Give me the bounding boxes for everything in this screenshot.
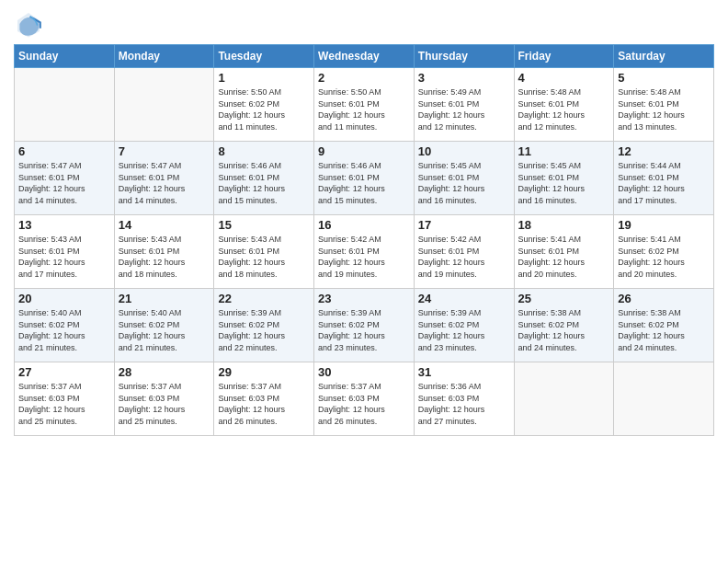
day-number: 27 [18,365,110,379]
calendar-cell: 6Sunrise: 5:47 AM Sunset: 6:01 PM Daylig… [15,142,115,215]
day-number: 22 [218,292,310,305]
calendar-cell: 14Sunrise: 5:43 AM Sunset: 6:01 PM Dayli… [114,215,214,289]
day-number: 6 [18,144,110,158]
day-number: 16 [318,218,410,232]
day-number: 18 [518,218,610,232]
cell-info: Sunrise: 5:37 AM Sunset: 6:03 PM Dayligh… [119,381,210,427]
cell-info: Sunrise: 5:48 AM Sunset: 6:01 PM Dayligh… [618,86,710,132]
weekday-header-monday: Monday [114,45,214,68]
calendar-cell: 25Sunrise: 5:38 AM Sunset: 6:02 PM Dayli… [514,289,614,362]
cell-info: Sunrise: 5:43 AM Sunset: 6:01 PM Dayligh… [218,234,310,280]
calendar-cell [614,362,714,436]
calendar-cell: 3Sunrise: 5:49 AM Sunset: 6:01 PM Daylig… [414,68,514,142]
cell-info: Sunrise: 5:42 AM Sunset: 6:01 PM Dayligh… [318,234,410,280]
calendar-cell: 15Sunrise: 5:43 AM Sunset: 6:01 PM Dayli… [214,215,314,289]
logo [14,9,47,39]
calendar-cell: 29Sunrise: 5:37 AM Sunset: 6:03 PM Dayli… [214,362,314,436]
calendar-cell: 13Sunrise: 5:43 AM Sunset: 6:01 PM Dayli… [15,215,115,289]
cell-info: Sunrise: 5:38 AM Sunset: 6:02 PM Dayligh… [518,307,610,353]
cell-info: Sunrise: 5:43 AM Sunset: 6:01 PM Dayligh… [119,234,210,280]
logo-icon [14,9,43,39]
cell-info: Sunrise: 5:42 AM Sunset: 6:01 PM Dayligh… [418,234,510,280]
cell-info: Sunrise: 5:44 AM Sunset: 6:01 PM Dayligh… [618,160,710,206]
weekday-header-friday: Friday [514,45,614,68]
day-number: 1 [218,71,310,85]
cell-info: Sunrise: 5:45 AM Sunset: 6:01 PM Dayligh… [518,160,610,206]
cell-info: Sunrise: 5:47 AM Sunset: 6:01 PM Dayligh… [18,160,110,206]
cell-info: Sunrise: 5:37 AM Sunset: 6:03 PM Dayligh… [318,381,410,427]
calendar-cell [15,68,115,142]
calendar-cell: 21Sunrise: 5:40 AM Sunset: 6:02 PM Dayli… [114,289,214,362]
cell-info: Sunrise: 5:40 AM Sunset: 6:02 PM Dayligh… [18,307,110,353]
calendar-cell: 31Sunrise: 5:36 AM Sunset: 6:03 PM Dayli… [414,362,514,436]
calendar-cell [114,68,214,142]
day-number: 21 [119,292,210,305]
day-number: 19 [618,218,710,232]
cell-info: Sunrise: 5:43 AM Sunset: 6:01 PM Dayligh… [18,234,110,280]
day-number: 11 [518,144,610,158]
cell-info: Sunrise: 5:49 AM Sunset: 6:01 PM Dayligh… [418,86,510,132]
cell-info: Sunrise: 5:38 AM Sunset: 6:02 PM Dayligh… [618,307,710,353]
calendar-cell [514,362,614,436]
week-row-4: 20Sunrise: 5:40 AM Sunset: 6:02 PM Dayli… [15,289,714,362]
calendar-cell: 8Sunrise: 5:46 AM Sunset: 6:01 PM Daylig… [214,142,314,215]
cell-info: Sunrise: 5:40 AM Sunset: 6:02 PM Dayligh… [119,307,210,353]
day-number: 25 [518,292,610,305]
week-row-2: 6Sunrise: 5:47 AM Sunset: 6:01 PM Daylig… [15,142,714,215]
cell-info: Sunrise: 5:50 AM Sunset: 6:02 PM Dayligh… [218,86,310,132]
cell-info: Sunrise: 5:47 AM Sunset: 6:01 PM Dayligh… [119,160,210,206]
cell-info: Sunrise: 5:45 AM Sunset: 6:01 PM Dayligh… [418,160,510,206]
day-number: 4 [518,71,610,85]
calendar-cell: 17Sunrise: 5:42 AM Sunset: 6:01 PM Dayli… [414,215,514,289]
calendar-cell: 1Sunrise: 5:50 AM Sunset: 6:02 PM Daylig… [214,68,314,142]
weekday-header-thursday: Thursday [414,45,514,68]
cell-info: Sunrise: 5:37 AM Sunset: 6:03 PM Dayligh… [18,381,110,427]
calendar-cell: 24Sunrise: 5:39 AM Sunset: 6:02 PM Dayli… [414,289,514,362]
calendar-cell: 5Sunrise: 5:48 AM Sunset: 6:01 PM Daylig… [614,68,714,142]
day-number: 31 [418,365,510,379]
day-number: 23 [318,292,410,305]
cell-info: Sunrise: 5:39 AM Sunset: 6:02 PM Dayligh… [218,307,310,353]
cell-info: Sunrise: 5:36 AM Sunset: 6:03 PM Dayligh… [418,381,510,427]
cell-info: Sunrise: 5:39 AM Sunset: 6:02 PM Dayligh… [318,307,410,353]
day-number: 9 [318,144,410,158]
day-number: 5 [618,71,710,85]
calendar-cell: 16Sunrise: 5:42 AM Sunset: 6:01 PM Dayli… [314,215,415,289]
calendar-cell: 30Sunrise: 5:37 AM Sunset: 6:03 PM Dayli… [314,362,415,436]
day-number: 26 [618,292,710,305]
weekday-header-tuesday: Tuesday [214,45,314,68]
calendar-cell: 11Sunrise: 5:45 AM Sunset: 6:01 PM Dayli… [514,142,614,215]
day-number: 20 [18,292,110,305]
day-number: 29 [218,365,310,379]
day-number: 13 [18,218,110,232]
calendar-cell: 28Sunrise: 5:37 AM Sunset: 6:03 PM Dayli… [114,362,214,436]
day-number: 8 [218,144,310,158]
calendar-cell: 4Sunrise: 5:48 AM Sunset: 6:01 PM Daylig… [514,68,614,142]
calendar-cell: 19Sunrise: 5:41 AM Sunset: 6:02 PM Dayli… [614,215,714,289]
calendar-cell: 26Sunrise: 5:38 AM Sunset: 6:02 PM Dayli… [614,289,714,362]
day-number: 28 [119,365,210,379]
calendar-cell: 18Sunrise: 5:41 AM Sunset: 6:01 PM Dayli… [514,215,614,289]
cell-info: Sunrise: 5:46 AM Sunset: 6:01 PM Dayligh… [218,160,310,206]
calendar-cell: 10Sunrise: 5:45 AM Sunset: 6:01 PM Dayli… [414,142,514,215]
page-container: SundayMondayTuesdayWednesdayThursdayFrid… [0,0,728,441]
cell-info: Sunrise: 5:50 AM Sunset: 6:01 PM Dayligh… [318,86,410,132]
calendar-cell: 12Sunrise: 5:44 AM Sunset: 6:01 PM Dayli… [614,142,714,215]
weekday-header-saturday: Saturday [614,45,714,68]
calendar-table: SundayMondayTuesdayWednesdayThursdayFrid… [14,44,714,436]
cell-info: Sunrise: 5:39 AM Sunset: 6:02 PM Dayligh… [418,307,510,353]
calendar-cell: 20Sunrise: 5:40 AM Sunset: 6:02 PM Dayli… [15,289,115,362]
calendar-cell: 27Sunrise: 5:37 AM Sunset: 6:03 PM Dayli… [15,362,115,436]
day-number: 17 [418,218,510,232]
weekday-header-wednesday: Wednesday [314,45,415,68]
weekday-header-sunday: Sunday [15,45,115,68]
weekday-header-row: SundayMondayTuesdayWednesdayThursdayFrid… [15,45,714,68]
day-number: 2 [318,71,410,85]
day-number: 12 [618,144,710,158]
day-number: 30 [318,365,410,379]
header [14,9,714,39]
week-row-5: 27Sunrise: 5:37 AM Sunset: 6:03 PM Dayli… [15,362,714,436]
cell-info: Sunrise: 5:41 AM Sunset: 6:01 PM Dayligh… [518,234,610,280]
cell-info: Sunrise: 5:37 AM Sunset: 6:03 PM Dayligh… [218,381,310,427]
day-number: 3 [418,71,510,85]
